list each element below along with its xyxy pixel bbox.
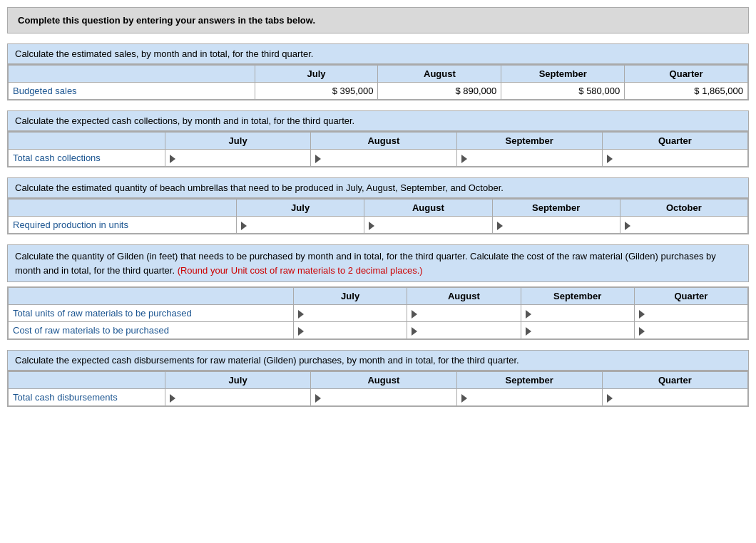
col-header-quarter-4: Quarter <box>634 288 747 305</box>
cell-cash-july[interactable] <box>165 150 311 167</box>
input-disb-september[interactable] <box>472 392 597 403</box>
cell-raw-cost-quarter[interactable] <box>634 322 747 339</box>
input-raw-units-august[interactable] <box>423 308 516 319</box>
arrow-icon <box>461 394 467 403</box>
arrow-icon <box>526 310 531 319</box>
section-cash-collections: Calculate the expected cash collections,… <box>7 110 749 167</box>
input-prod-july[interactable] <box>252 219 359 230</box>
col-header-july: July <box>255 66 378 83</box>
raw-materials-table: July August September Quarter Total unit… <box>8 287 748 339</box>
arrow-icon <box>369 222 374 230</box>
col-header-august-4: August <box>407 288 521 305</box>
col-header-september: September <box>501 66 625 83</box>
arrow-icon <box>639 310 645 319</box>
cell-raw-units-july[interactable] <box>294 305 407 322</box>
input-prod-august[interactable] <box>380 219 487 230</box>
table-row: Cost of raw materials to be purchased <box>9 322 748 339</box>
col-header-july-2: July <box>165 133 311 150</box>
arrow-icon <box>315 394 321 403</box>
input-raw-units-july[interactable] <box>310 308 402 319</box>
arrow-icon <box>526 327 531 336</box>
row-label-production: Required production in units <box>9 217 237 234</box>
col-header-september-5: September <box>456 372 602 389</box>
table-row: Total cash disbursements <box>9 389 748 406</box>
section-header-text-5: Calculate the expected cash disbursement… <box>15 355 519 366</box>
cell-prod-august[interactable] <box>364 217 492 234</box>
row-label-raw-units: Total units of raw materials to be purch… <box>9 305 294 322</box>
cell-disb-july[interactable] <box>165 389 311 406</box>
instruction-box: Complete this question by entering your … <box>7 7 749 33</box>
col-header-july-4: July <box>294 288 407 305</box>
input-disb-august[interactable] <box>327 392 451 403</box>
section-budgeted-sales: Calculate the estimated sales, by month … <box>7 43 749 100</box>
table-row: Total units of raw materials to be purch… <box>9 305 748 322</box>
col-header-august-3: August <box>364 200 492 217</box>
cell-budgeted-august: $ 890,000 <box>378 83 501 100</box>
input-cash-august[interactable] <box>327 152 451 163</box>
cell-prod-july[interactable] <box>237 217 364 234</box>
row-label-cash-collections: Total cash collections <box>9 150 165 167</box>
cell-budgeted-quarter: $ 1,865,000 <box>625 83 748 100</box>
cash-disbursements-table: July August September Quarter Total cash… <box>8 371 748 406</box>
cell-budgeted-september: $ 580,000 <box>501 83 625 100</box>
cell-raw-cost-august[interactable] <box>407 322 521 339</box>
input-raw-cost-august[interactable] <box>423 325 516 336</box>
section-raw-materials: Calculate the quantity of Gilden (in fee… <box>7 244 749 340</box>
arrow-icon <box>241 222 247 230</box>
cell-disb-september[interactable] <box>456 389 602 406</box>
section-header-budgeted-sales: Calculate the estimated sales, by month … <box>7 43 749 64</box>
table-row: Budgeted sales $ 395,000 $ 890,000 $ 580… <box>9 83 748 100</box>
arrow-icon <box>607 394 613 403</box>
input-cash-september[interactable] <box>472 152 597 163</box>
cell-raw-units-quarter[interactable] <box>634 305 747 322</box>
arrow-icon <box>607 155 613 163</box>
row-label-budgeted-sales: Budgeted sales <box>9 83 255 100</box>
cell-prod-october[interactable] <box>620 217 747 234</box>
col-header-august-5: August <box>311 372 456 389</box>
col-header-july-3: July <box>237 200 364 217</box>
col-header-august: August <box>378 66 501 83</box>
arrow-icon <box>625 222 630 230</box>
cell-disb-august[interactable] <box>311 389 456 406</box>
input-raw-cost-september[interactable] <box>536 325 629 336</box>
section-header-text-3: Calculate the estimated quantity of beac… <box>15 182 504 193</box>
input-raw-units-quarter[interactable] <box>650 308 742 319</box>
arrow-icon <box>497 222 503 230</box>
col-header-september-2: September <box>456 133 602 150</box>
cell-cash-august[interactable] <box>311 150 456 167</box>
row-label-raw-cost: Cost of raw materials to be purchased <box>9 322 294 339</box>
input-raw-units-september[interactable] <box>536 308 629 319</box>
arrow-icon <box>461 155 467 163</box>
input-disb-quarter[interactable] <box>618 392 742 403</box>
row-label-disbursements: Total cash disbursements <box>9 389 165 406</box>
input-cash-quarter[interactable] <box>618 152 742 163</box>
col-header-september-3: September <box>492 200 620 217</box>
col-header-quarter-2: Quarter <box>602 133 747 150</box>
col-header-july-5: July <box>165 372 311 389</box>
cell-raw-cost-july[interactable] <box>294 322 407 339</box>
col-header-empty-3 <box>9 200 237 217</box>
section-header-text: Calculate the estimated sales, by month … <box>15 48 313 59</box>
input-prod-october[interactable] <box>635 219 742 230</box>
input-prod-september[interactable] <box>508 219 615 230</box>
cell-raw-cost-september[interactable] <box>521 322 634 339</box>
input-raw-cost-july[interactable] <box>310 325 402 336</box>
col-header-empty <box>9 66 255 83</box>
cell-cash-september[interactable] <box>456 150 602 167</box>
section-header-production: Calculate the estimated quantity of beac… <box>7 177 749 198</box>
cell-prod-september[interactable] <box>492 217 620 234</box>
input-disb-july[interactable] <box>181 392 306 403</box>
cell-cash-quarter[interactable] <box>602 150 747 167</box>
input-cash-july[interactable] <box>181 152 306 163</box>
col-header-quarter: Quarter <box>625 66 748 83</box>
section-header-disbursements: Calculate the expected cash disbursement… <box>7 350 749 371</box>
cell-raw-units-august[interactable] <box>407 305 521 322</box>
input-raw-cost-quarter[interactable] <box>650 325 742 336</box>
cell-raw-units-september[interactable] <box>521 305 634 322</box>
cell-disb-quarter[interactable] <box>602 389 747 406</box>
arrow-icon <box>412 310 417 319</box>
budgeted-sales-table: July August September Quarter Budgeted s… <box>8 65 748 100</box>
section-header-highlight: (Round your Unit cost of raw materials t… <box>178 265 423 276</box>
arrow-icon <box>412 327 417 336</box>
arrow-icon <box>170 394 175 403</box>
